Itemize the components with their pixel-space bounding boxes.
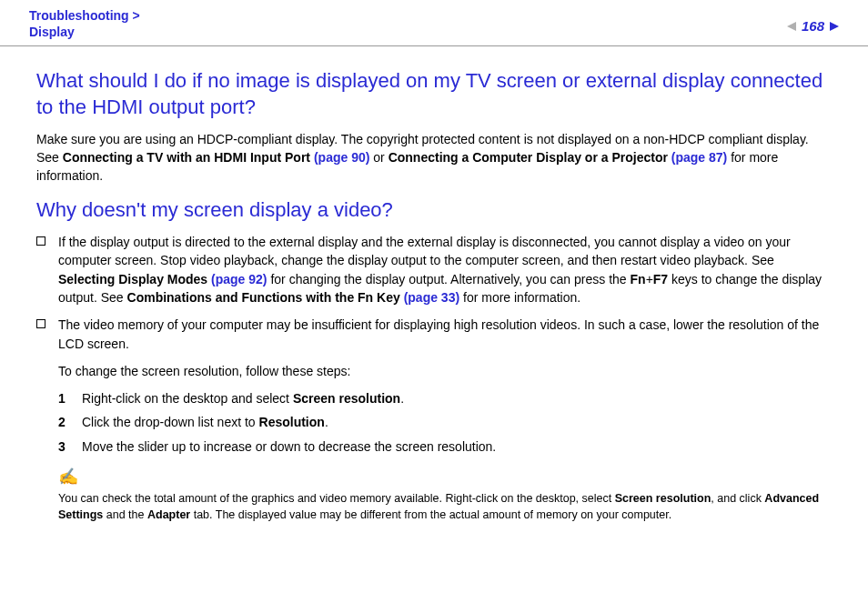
- ui-label: Screen resolution: [293, 391, 400, 406]
- list-item: 3 Move the slider up to increase or down…: [58, 437, 832, 456]
- step-text: Click the drop-down list next to Resolut…: [82, 413, 328, 431]
- step-text: Right-click on the desktop and select Sc…: [82, 389, 404, 407]
- answer-1: Make sure you are using an HDCP-complian…: [36, 130, 832, 186]
- page-header: Troubleshooting > Display 168: [0, 0, 868, 46]
- link-label: Connecting a Computer Display or a Proje…: [389, 150, 671, 165]
- text: You can check the total amount of the gr…: [58, 492, 615, 505]
- text: Click the drop-down list next to: [82, 415, 259, 429]
- breadcrumb-section: Troubleshooting >: [29, 7, 140, 24]
- note-text: You can check the total amount of the gr…: [58, 492, 819, 521]
- page-ref: (page 90): [314, 150, 369, 165]
- key-fn: Fn: [631, 272, 646, 286]
- ui-label: Adapter: [147, 508, 190, 521]
- cross-ref-link[interactable]: Combinations and Functions with the Fn K…: [127, 290, 460, 305]
- step-number: 1: [58, 389, 82, 407]
- page-ref: (page 87): [671, 150, 727, 165]
- list-item: 1 Right-click on the desktop and select …: [58, 389, 832, 407]
- note-block: ✍ You can check the total amount of the …: [58, 465, 832, 523]
- page-ref: (page 33): [404, 290, 459, 305]
- list-item: If the display output is directed to the…: [36, 233, 832, 306]
- list-item: 2 Click the drop-down list next to Resol…: [58, 413, 832, 431]
- text: Right-click on the desktop and select: [82, 391, 293, 406]
- text: for more information.: [459, 290, 580, 305]
- steps-intro: To change the screen resolution, follow …: [58, 362, 832, 380]
- bullet-icon: [36, 319, 45, 328]
- question-heading-1: What should I do if no image is displaye…: [36, 68, 832, 120]
- text: .: [400, 391, 404, 406]
- text: and the: [103, 508, 147, 521]
- prev-page-icon[interactable]: [787, 22, 796, 31]
- list-item-text: The video memory of your computer may be…: [58, 316, 832, 353]
- text: +: [646, 272, 653, 286]
- ui-label: Resolution: [259, 415, 325, 429]
- bullet-icon: [36, 236, 45, 246]
- text: , and click: [711, 492, 764, 505]
- bullet-list: If the display output is directed to the…: [36, 233, 832, 353]
- link-label: Connecting a TV with an HDMI Input Port: [63, 150, 314, 165]
- link-label: Selecting Display Modes: [58, 272, 211, 286]
- page-content: What should I do if no image is displaye…: [0, 46, 868, 541]
- numbered-list: 1 Right-click on the desktop and select …: [58, 389, 832, 456]
- key-f7: F7: [653, 272, 668, 286]
- text: If the display output is directed to the…: [58, 235, 791, 267]
- page-number: 168: [800, 16, 826, 36]
- page-ref: (page 92): [211, 272, 267, 286]
- step-text: Move the slider up to increase or down t…: [82, 437, 496, 456]
- link-label: Combinations and Functions with the Fn K…: [127, 290, 404, 305]
- page-nav: 168: [787, 7, 839, 36]
- breadcrumb[interactable]: Troubleshooting > Display: [29, 7, 140, 40]
- text: for changing the display output. Alterna…: [267, 272, 631, 286]
- breadcrumb-page: Display: [29, 24, 140, 40]
- text: tab. The displayed value may be differen…: [190, 508, 671, 521]
- text: or: [369, 150, 388, 165]
- step-number: 2: [58, 413, 82, 431]
- list-item-text: If the display output is directed to the…: [58, 233, 832, 306]
- next-page-icon[interactable]: [830, 22, 839, 31]
- ui-label: Screen resolution: [615, 492, 712, 505]
- question-heading-2: Why doesn't my screen display a video?: [36, 197, 832, 224]
- cross-ref-link[interactable]: Selecting Display Modes (page 92): [58, 272, 267, 286]
- note-icon: ✍: [58, 465, 832, 488]
- step-number: 3: [58, 437, 82, 456]
- cross-ref-link[interactable]: Connecting a TV with an HDMI Input Port …: [63, 150, 370, 165]
- list-item: The video memory of your computer may be…: [36, 316, 832, 353]
- cross-ref-link[interactable]: Connecting a Computer Display or a Proje…: [389, 150, 728, 165]
- text: .: [325, 415, 328, 429]
